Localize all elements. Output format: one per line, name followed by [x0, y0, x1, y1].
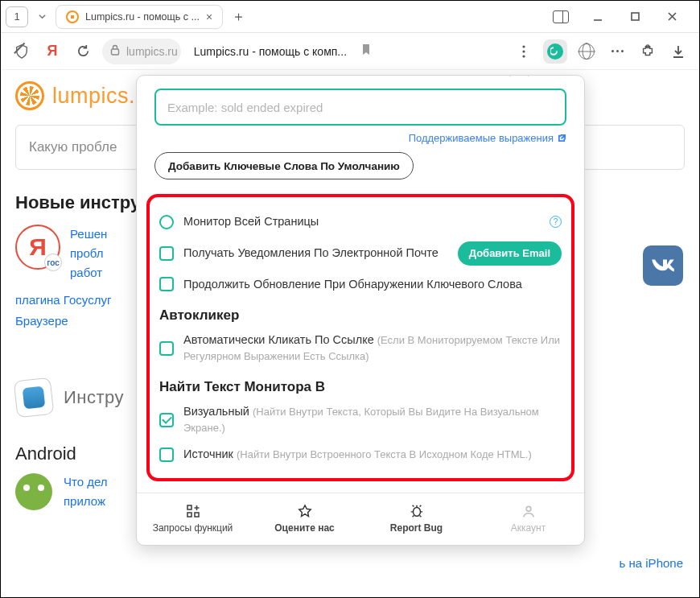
footer-feature-requests[interactable]: Запросы функций: [137, 493, 249, 545]
svg-point-10: [413, 507, 420, 516]
tab-title: Lumpics.ru - помощь с ...: [85, 11, 200, 23]
option-email-notifications[interactable]: Получать Уведомления По Электронной Почт…: [159, 236, 562, 271]
option-source[interactable]: Источник (Найти Внутри Встроенного Текст…: [159, 441, 562, 468]
vk-share-icon[interactable]: [643, 245, 683, 286]
option-autoclick-link[interactable]: Автоматически Кликать По Ссылке (Если В …: [159, 327, 562, 369]
checkbox-icon: [159, 246, 174, 261]
article-link-yandex[interactable]: Решен пробл работ: [70, 225, 107, 283]
distill-extension-button[interactable]: [543, 39, 567, 64]
lock-icon: [110, 44, 120, 58]
footer-rate-us[interactable]: Оцените нас: [249, 493, 360, 545]
more-dots-icon[interactable]: [606, 40, 628, 63]
svg-point-4: [522, 50, 525, 52]
checkbox-checked-icon: [159, 413, 174, 427]
popup-footer: Запросы функций Оцените нас Report Bug А…: [137, 493, 584, 545]
svg-rect-8: [187, 513, 191, 517]
section-autoclicker: Автокликер: [159, 307, 562, 324]
supported-expressions-link[interactable]: Поддерживаемые выражения: [154, 132, 566, 144]
address-bar: Я lumpics.ru Lumpics.ru - помощь с комп.…: [1, 33, 699, 70]
url-field[interactable]: lumpics.ru: [102, 39, 181, 64]
extensions-icon[interactable]: [636, 40, 659, 63]
external-link-icon: [558, 134, 566, 142]
lumpics-logo-icon: [15, 81, 44, 110]
iphone-link[interactable]: ь на iPhone: [620, 556, 683, 570]
checkbox-icon: [159, 277, 174, 291]
add-default-keywords-button[interactable]: Добавить Ключевые Слова По Умолчанию: [154, 152, 414, 179]
add-email-button[interactable]: Добавить Email: [458, 241, 562, 266]
window-close-icon[interactable]: [662, 7, 681, 27]
footer-report-bug[interactable]: Report Bug: [360, 493, 472, 545]
yandex-logo-icon[interactable]: Я: [41, 40, 64, 63]
shield-off-icon[interactable]: [10, 40, 33, 63]
highlighted-options-area: Монитор Всей Страницы ? Получать Уведомл…: [146, 194, 574, 481]
svg-rect-1: [632, 13, 639, 20]
svg-point-5: [522, 55, 525, 57]
yandex-app-icon: Ягос: [15, 225, 60, 270]
minimize-icon[interactable]: [588, 7, 607, 27]
gosuslugi-sub-icon: гос: [44, 254, 62, 271]
article-link-android[interactable]: Что дел прилож: [64, 472, 108, 511]
brand-name: lumpics.r: [52, 84, 143, 109]
url-page-title: Lumpics.ru - помощь с комп...: [194, 45, 347, 58]
download-icon[interactable]: [667, 40, 690, 63]
reload-icon[interactable]: [72, 40, 94, 63]
close-icon[interactable]: ×: [206, 10, 212, 23]
extension-popup: Поддерживаемые выражения Добавить Ключев…: [136, 75, 585, 546]
radio-icon: [159, 215, 174, 229]
maximize-icon[interactable]: [625, 7, 644, 27]
svg-point-3: [522, 45, 525, 47]
browser-tab[interactable]: Lumpics.ru - помощь с ... ×: [56, 5, 223, 29]
section-find-text: Найти Текст Монитора В: [159, 379, 562, 395]
window-titlebar: 1 Lumpics.ru - помощь с ... × ＋: [1, 1, 699, 33]
svg-point-11: [526, 506, 531, 511]
svg-rect-7: [187, 505, 191, 509]
star-icon: [297, 503, 313, 519]
option-continue-refresh[interactable]: Продолжить Обновление При Обнаружении Кл…: [159, 271, 562, 299]
checkbox-icon: [159, 341, 174, 356]
keywords-input[interactable]: [154, 89, 566, 126]
grid-add-icon: [185, 503, 201, 519]
svg-rect-2: [112, 49, 119, 55]
lumpics-favicon-icon: [66, 10, 79, 23]
tab-counter[interactable]: 1: [6, 6, 28, 27]
translate-globe-icon[interactable]: [575, 40, 598, 63]
info-icon[interactable]: ?: [550, 216, 562, 228]
new-tab-button[interactable]: ＋: [228, 6, 249, 27]
kebab-menu-icon[interactable]: [513, 40, 535, 63]
bookmark-icon[interactable]: [361, 43, 371, 59]
bug-icon: [409, 503, 425, 519]
user-icon: [521, 503, 537, 519]
tab-dropdown[interactable]: [33, 6, 51, 27]
ios-appstore-icon: [14, 377, 55, 419]
footer-account[interactable]: Аккаунт: [472, 493, 584, 545]
sidebar-toggle-icon[interactable]: [551, 7, 570, 27]
option-visual[interactable]: Визуальный (Найти Внутри Текста, Который…: [159, 398, 562, 441]
url-domain: lumpics.ru: [126, 45, 178, 58]
checkbox-icon: [159, 447, 174, 462]
android-app-icon: [15, 473, 52, 510]
svg-rect-9: [195, 513, 199, 517]
distill-extension-icon: [547, 43, 563, 60]
ios-section-label: Инстру: [64, 387, 124, 408]
option-monitor-full-page[interactable]: Монитор Всей Страницы ?: [159, 208, 562, 236]
